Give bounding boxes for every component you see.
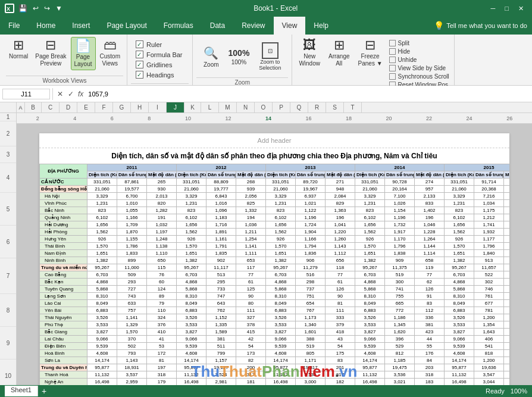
cell[interactable]: 909 [385, 257, 415, 264]
cell[interactable]: 1,651 [355, 250, 385, 257]
cell[interactable]: 1,709 [117, 221, 147, 229]
cell[interactable]: 1,382 [355, 257, 385, 264]
tab-data[interactable]: Data [202, 17, 233, 35]
cell[interactable]: 3,827 [266, 329, 296, 336]
cell[interactable]: 1,272 [504, 236, 510, 243]
cell[interactable]: 331,051 [177, 179, 206, 186]
cell[interactable]: 6,883 [445, 307, 474, 314]
cell[interactable]: 111 [236, 307, 266, 314]
cell[interactable]: 1,589 [206, 329, 236, 336]
cell[interactable]: 1,152 [206, 314, 236, 321]
cell[interactable]: 79 [147, 300, 177, 307]
cell[interactable]: 4,868 [177, 279, 206, 286]
cell[interactable]: 1,144 [504, 243, 510, 250]
cell[interactable]: 57 [504, 343, 510, 350]
cell[interactable]: 1,651 [177, 250, 206, 257]
cell[interactable]: 522 [474, 271, 504, 279]
cell[interactable]: 3,526 [177, 314, 206, 321]
tab-formulas[interactable]: Formulas [155, 17, 202, 35]
cell[interactable]: 3,044 [474, 379, 504, 386]
cell[interactable]: 1,345 [385, 321, 415, 329]
cell[interactable]: 6,883 [87, 307, 117, 314]
cell[interactable]: 1,032 [147, 221, 177, 229]
cell[interactable]: 3,329 [177, 193, 206, 200]
cell[interactable]: 3,536 [385, 371, 415, 379]
cell[interactable]: 11,375 [385, 264, 415, 271]
cell[interactable]: 298 [296, 279, 326, 286]
tab-view[interactable]: View [274, 17, 306, 35]
cell[interactable]: 1,046 [415, 221, 445, 229]
cell[interactable]: 205 [504, 364, 510, 371]
cell[interactable]: 948 [326, 186, 355, 193]
cell[interactable]: 41 [147, 336, 177, 343]
cell[interactable]: 8,310 [445, 293, 474, 300]
cell[interactable]: 268 [236, 179, 266, 186]
tab-page-layout[interactable]: Page Layout [98, 17, 155, 35]
cell[interactable]: 1,562 [266, 229, 296, 236]
undo-button[interactable]: ↩ [31, 3, 40, 14]
cell[interactable]: 1,332 [236, 207, 266, 214]
cell[interactable]: 76 [147, 271, 177, 279]
cell[interactable]: 265 [147, 179, 177, 186]
cell[interactable]: 772 [385, 307, 415, 314]
cell[interactable]: 1,329 [117, 321, 147, 329]
cell[interactable]: 1,231 [87, 200, 117, 207]
cell[interactable]: 379 [326, 321, 355, 329]
cell[interactable]: 6,937 [296, 193, 326, 200]
cell[interactable]: 6,703 [177, 271, 206, 279]
cell[interactable]: 8,310 [87, 293, 117, 300]
cell[interactable]: 1,211 [236, 229, 266, 236]
cell[interactable]: 92 [504, 293, 510, 300]
cell[interactable]: 317 [236, 371, 266, 379]
cell[interactable]: 197 [147, 364, 177, 371]
cell[interactable]: 274 [415, 179, 445, 186]
cell[interactable]: 8,049 [177, 300, 206, 307]
row-7[interactable]: 7 [0, 258, 16, 294]
page-background[interactable]: Add header Diện tích, dân số và mật độ d… [17, 124, 532, 385]
cell[interactable]: 3,533 [266, 321, 296, 329]
cell[interactable]: 3,526 [87, 314, 117, 321]
sheet-1-tab[interactable]: Sheet1 [5, 386, 38, 396]
cell[interactable]: 6,102 [355, 214, 385, 221]
cell[interactable]: 1,562 [355, 229, 385, 236]
cell[interactable]: 300 [385, 279, 415, 286]
cell[interactable]: 112 [415, 307, 445, 314]
cell[interactable]: 331,051 [266, 179, 296, 186]
cell[interactable]: 1,794 [296, 243, 326, 250]
cell[interactable]: 16,498 [355, 379, 385, 386]
cell[interactable]: 117 [236, 264, 266, 271]
cell[interactable]: 8,049 [355, 300, 385, 307]
cell[interactable]: 1,141 [117, 314, 147, 321]
cell[interactable]: 3,329 [355, 193, 385, 200]
cell[interactable]: 295 [206, 279, 236, 286]
cell[interactable]: 1,141 [236, 243, 266, 250]
headings-checkbox[interactable] [136, 71, 143, 79]
cell[interactable]: 1,382 [445, 257, 474, 264]
cell[interactable]: 658 [415, 257, 445, 264]
cell[interactable]: 1,786 [117, 243, 147, 250]
cell[interactable]: 95,877 [445, 364, 474, 371]
cell[interactable]: 823 [266, 207, 296, 214]
cell[interactable]: 5,868 [87, 286, 117, 293]
cell[interactable]: 21,060 [87, 186, 117, 193]
cell[interactable]: 967 [504, 186, 510, 193]
cell[interactable]: 1,932 [474, 229, 504, 236]
cell[interactable]: 77 [236, 271, 266, 279]
cell[interactable]: 1,248 [147, 236, 177, 243]
cell[interactable]: 9,066 [87, 336, 117, 343]
cell[interactable]: 82 [236, 357, 266, 364]
cell[interactable]: 388 [296, 336, 326, 343]
cell[interactable]: 19,777 [206, 186, 236, 193]
cell[interactable]: 124 [147, 286, 177, 293]
page-break-preview-button[interactable]: ⊟ Page BreakPreview [32, 37, 69, 69]
cell[interactable]: 21,060 [355, 186, 385, 193]
cell[interactable]: 89,720 [296, 179, 326, 186]
tab-home[interactable]: Home [28, 17, 64, 35]
col-header-A[interactable]: A [17, 102, 25, 112]
cell[interactable]: 111 [326, 307, 355, 314]
cell[interactable]: 757 [117, 307, 147, 314]
synchronous-scroll-option[interactable]: Synchronous Scroll [388, 73, 450, 80]
cell[interactable]: 14,174 [266, 357, 296, 364]
tab-review[interactable]: Review [233, 17, 273, 35]
cell[interactable]: 1,177 [474, 236, 504, 243]
